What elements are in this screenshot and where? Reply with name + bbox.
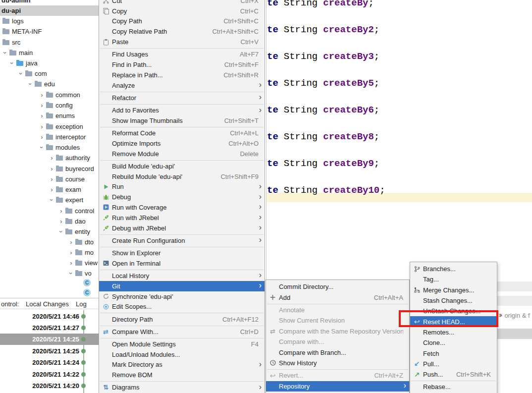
menu-item-diagrams[interactable]: ⇅Diagrams (99, 383, 265, 393)
chevron-expanded-icon[interactable]: › (9, 59, 15, 67)
menu-item-show-in-explorer[interactable]: Show in Explorer (99, 248, 265, 258)
menu-item-directory-path[interactable]: Directory PathCtrl+Alt+F12 (99, 314, 265, 325)
menu-item-remove-bom[interactable]: Remove BOM (99, 370, 265, 380)
code-line[interactable]: teStringcreateBy8; (267, 131, 379, 142)
menu-item-load-unload-modules[interactable]: Load/Unload Modules... (99, 349, 265, 360)
project-tree[interactable]: du-admin du-api logs META-INF src ›main … (0, 0, 99, 298)
menu-item-cut[interactable]: CutCtrl+X (99, 0, 265, 6)
tab-log[interactable]: Log (76, 300, 87, 308)
tree-item-class[interactable]: C (0, 287, 99, 298)
menu-item-reformat-code[interactable]: Reformat CodeCtrl+Alt+L (99, 128, 265, 138)
menu-item-open-module-settings[interactable]: Open Module SettingsF4 (99, 339, 265, 349)
menu-item-find-usages[interactable]: Find UsagesAlt+F7 (99, 49, 265, 59)
tree-item-module-edu-api[interactable]: du-api (0, 5, 99, 16)
commit-row[interactable]: 2020/5/21 14:46 (0, 311, 99, 322)
chevron-collapsed-icon[interactable]: › (57, 208, 65, 214)
menu-item-tag[interactable]: Tag... (410, 274, 497, 284)
menu-item-find-in-path[interactable]: Find in Path...Ctrl+Shift+F (99, 59, 265, 70)
tree-item-common[interactable]: ›common (0, 90, 99, 100)
commit-row[interactable]: 2020/5/21 14:22 (0, 369, 99, 380)
tree-item-exam[interactable]: ›exam (0, 184, 99, 195)
tree-item-edu[interactable]: ›edu (0, 79, 99, 89)
menu-item-run[interactable]: Run (99, 182, 265, 192)
branch-label[interactable]: ›› origin & f (498, 310, 530, 320)
menu-item-open-in-terminal[interactable]: Open in Terminal (99, 258, 265, 269)
menu-item-run-with-jrebel[interactable]: Run with JRebel (99, 213, 265, 223)
commit-row[interactable]: 2020/5/21 14:24 (0, 357, 99, 368)
menu-item-push[interactable]: ↗Push...Ctrl+Shift+K (410, 369, 497, 380)
menu-item-clone[interactable]: Clone... (410, 337, 497, 348)
menu-item-run-with-coverage[interactable]: Run with Coverage (99, 202, 265, 213)
menu-item-branches[interactable]: Branches... (410, 264, 497, 274)
code-line[interactable]: teStringcreateBy9; (267, 158, 379, 169)
menu-item-rebuild-module[interactable]: Rebuild Module 'edu-api'Ctrl+Shift+F9 (99, 171, 265, 182)
tree-item-course[interactable]: ›course (0, 174, 99, 184)
menu-item-show-image-thumbnails[interactable]: Show Image ThumbnailsCtrl+Shift+T (99, 115, 265, 126)
menu-item-create-run-configuration[interactable]: Create Run Configuration (99, 235, 265, 246)
menu-item-remove-module[interactable]: Remove ModuleDelete (99, 149, 265, 159)
chevron-expanded-icon[interactable]: › (58, 227, 64, 236)
tree-item-entity[interactable]: ›entity (0, 226, 99, 237)
code-line[interactable]: teStringcreateBy2; (267, 24, 379, 35)
tree-item-logs[interactable]: logs (0, 16, 99, 26)
commit-row[interactable]: 2020/5/21 14:27 (0, 322, 99, 334)
tree-item-main[interactable]: ›main (0, 48, 99, 58)
chevron-collapsed-icon[interactable]: › (38, 92, 46, 98)
tree-item-module-edu-admin[interactable]: du-admin (0, 0, 99, 5)
tree-item-exception[interactable]: ›exception (0, 121, 99, 132)
menu-item-fetch[interactable]: Fetch (410, 348, 497, 358)
code-line[interactable]: teStringcreateBy; (267, 0, 374, 8)
chevron-collapsed-icon[interactable]: › (48, 166, 56, 172)
tree-item-dto[interactable]: ›dto (0, 237, 99, 247)
chevron-collapsed-icon[interactable]: › (38, 123, 46, 130)
menu-item-git[interactable]: Git (99, 281, 265, 291)
menu-item-synchronize[interactable]: Synchronize 'edu-api' (99, 291, 265, 302)
menu-item-merge-changes[interactable]: Merge Changes... (410, 285, 497, 295)
tree-item-buyrecord[interactable]: ›buyrecord (0, 164, 99, 174)
menu-item-copy-path[interactable]: Copy PathCtrl+Shift+C (99, 16, 265, 27)
tree-item-expert[interactable]: ›expert (0, 195, 99, 205)
menu-item-refactor[interactable]: Refactor (99, 93, 265, 103)
menu-item-replace-in-path[interactable]: Replace in Path...Ctrl+Shift+R (99, 70, 265, 80)
tree-item-interceptor[interactable]: ›interceptor (0, 132, 99, 142)
menu-item-edit-scopes[interactable]: Edit Scopes... (99, 301, 265, 312)
menu-item-analyze[interactable]: Analyze (99, 80, 265, 91)
code-line[interactable]: teStringcreateBy3; (267, 51, 379, 62)
tree-item-authority[interactable]: ›authority (0, 153, 99, 163)
chevron-collapsed-icon[interactable]: › (38, 102, 46, 109)
menu-item-local-history[interactable]: Local History (99, 271, 265, 281)
tree-item-controller[interactable]: ›control (0, 206, 99, 216)
menu-item-debug[interactable]: Debug (99, 192, 265, 202)
menu-item-debug-with-jrebel[interactable]: Debug with JRebel (99, 223, 265, 233)
tree-item-model[interactable]: ›mo (0, 247, 99, 258)
menu-item-commit-directory[interactable]: Commit Directory... (266, 281, 409, 292)
commit-row[interactable]: 2020/5/21 14:20 (0, 380, 99, 392)
tab-local-changes[interactable]: Local Changes (26, 300, 69, 308)
commit-row-selected[interactable]: 2020/5/21 14:25 (0, 334, 99, 345)
menu-item-add[interactable]: +AddCtrl+Alt+A (266, 292, 409, 302)
tree-item-src[interactable]: src (0, 37, 99, 48)
tree-item-view[interactable]: ›view (0, 258, 99, 268)
menu-item-reset-head[interactable]: ↩Reset HEAD... (410, 316, 497, 327)
chevron-expanded-icon[interactable]: › (2, 49, 8, 57)
menu-item-mark-directory-as[interactable]: Mark Directory as (99, 360, 265, 370)
tree-item-com[interactable]: ›com (0, 68, 99, 79)
chevron-expanded-icon[interactable]: › (18, 69, 24, 78)
menu-item-stash-changes[interactable]: Stash Changes... (410, 295, 497, 306)
chevron-expanded-icon[interactable]: › (27, 80, 34, 88)
chevron-expanded-icon[interactable]: › (39, 143, 45, 152)
menu-item-paste[interactable]: PasteCtrl+V (99, 37, 265, 47)
code-line[interactable]: teStringcreateBy5; (267, 78, 379, 89)
code-line[interactable]: teStringcreateBy10; (267, 185, 385, 196)
menu-item-copy-relative-path[interactable]: Copy Relative PathCtrl+Alt+Shift+C (99, 26, 265, 37)
menu-item-pull[interactable]: ↙Pull... (410, 359, 497, 369)
tree-item-modules[interactable]: ›modules (0, 142, 99, 153)
code-line[interactable]: teStringcreateBy6; (267, 105, 379, 115)
menu-item-remotes[interactable]: Remotes... (410, 327, 497, 337)
tree-item-dao[interactable]: ›dao (0, 216, 99, 226)
tree-item-java[interactable]: ›java (0, 58, 99, 68)
menu-item-copy[interactable]: CopyCtrl+C (99, 6, 265, 16)
menu-item-build-module[interactable]: Build Module 'edu-api' (99, 161, 265, 171)
menu-item-compare-with[interactable]: ⇄Compare With...Ctrl+D (99, 327, 265, 337)
tree-item-config[interactable]: ›config (0, 100, 99, 111)
